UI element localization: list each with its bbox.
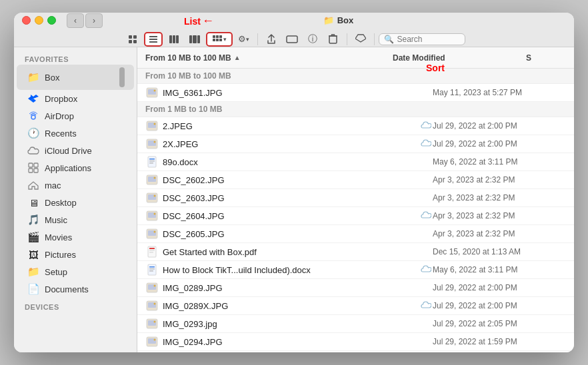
file-name: DSC_2602.JPG	[163, 175, 419, 185]
share-button[interactable]	[262, 32, 281, 47]
table-row[interactable]: DSC_2605.JPGApr 3, 2023 at 2:32 PM	[137, 225, 574, 243]
sidebar-item-documents[interactable]: 📄 Documents	[17, 280, 134, 298]
movies-icon: 🎬	[27, 231, 39, 243]
file-date: Jul 29, 2022 at 1:59 PM	[433, 337, 566, 346]
sidebar-item-music[interactable]: 🎵 Music	[17, 211, 134, 228]
file-date: Dec 15, 2020 at 1:13 AM	[433, 247, 566, 256]
search-icon: 🔍	[384, 35, 394, 44]
table-row[interactable]: DSC_2603.JPGApr 3, 2023 at 2:32 PM	[137, 189, 574, 207]
sidebar-item-mac[interactable]: mac	[17, 177, 134, 194]
maximize-button[interactable]	[47, 16, 56, 25]
back-button[interactable]: ‹	[67, 13, 84, 28]
table-row[interactable]: 2X.JPEGJul 29, 2022 at 2:00 PM	[137, 135, 574, 153]
documents-icon: 📄	[27, 283, 39, 295]
file-name: DSC_2604.JPG	[163, 211, 419, 221]
minimize-button[interactable]	[35, 16, 43, 25]
delete-button[interactable]	[324, 32, 343, 47]
sidebar-item-airdrop[interactable]: AirDrop	[17, 107, 134, 125]
svg-rect-16	[213, 39, 215, 41]
setup-icon: 📁	[27, 266, 39, 278]
view-grid-button[interactable]: ▾	[206, 32, 233, 47]
dropbox-button[interactable]	[351, 32, 370, 47]
sidebar-item-movies[interactable]: 🎬 Movies	[17, 228, 134, 246]
sidebar-item-icloud[interactable]: iCloud Drive	[17, 142, 134, 159]
search-input[interactable]	[397, 35, 457, 44]
sidebar-scroll-indicator[interactable]	[119, 67, 125, 87]
date-column-header[interactable]: Date Modified	[393, 53, 526, 63]
icloud-icon	[27, 145, 39, 157]
icon-view-icon	[128, 35, 137, 44]
titlebar: ‹ › 📁 Box List ←	[14, 13, 574, 47]
table-row[interactable]: 2.JPEGJul 29, 2022 at 2:00 PM	[137, 117, 574, 135]
tag-button[interactable]	[283, 32, 301, 47]
dropbox-icon	[355, 34, 366, 45]
svg-rect-26	[34, 163, 38, 167]
svg-point-64	[154, 285, 156, 287]
svg-rect-61	[149, 270, 153, 272]
sidebar-item-pictures[interactable]: 🖼 Pictures	[17, 246, 134, 263]
size-column-header[interactable]: S	[526, 53, 566, 63]
svg-rect-55	[149, 248, 155, 249]
table-row[interactable]: IMG_0294.JPGJul 29, 2022 at 1:59 PM	[137, 333, 574, 351]
view-list-button[interactable]	[144, 32, 163, 47]
file-icon	[145, 173, 159, 186]
forward-button[interactable]: ›	[85, 13, 103, 28]
table-row[interactable]: DSC_2602.JPGApr 3, 2023 at 2:32 PM	[137, 171, 574, 189]
table-row[interactable]: How to Block TikT...uild Included).docxM…	[137, 261, 574, 279]
recents-icon: 🕐	[27, 127, 39, 139]
sidebar-item-desktop[interactable]: 🖥 Desktop	[17, 194, 134, 211]
file-icon	[145, 263, 159, 276]
file-date: Apr 3, 2023 at 2:32 PM	[433, 193, 566, 202]
sidebar-item-airdrop-label: AirDrop	[45, 111, 74, 121]
table-row[interactable]: DSC_2604.JPGApr 3, 2023 at 2:32 PM	[137, 207, 574, 225]
svg-rect-39	[149, 159, 155, 160]
svg-point-31	[154, 90, 156, 92]
devices-section-label: Devices	[14, 300, 137, 312]
toolbar-separator-3	[374, 33, 375, 45]
file-date: May 11, 2023 at 5:27 PM	[433, 88, 566, 97]
svg-rect-18	[219, 39, 222, 41]
sidebar-item-applications[interactable]: Applications	[17, 159, 134, 177]
svg-rect-8	[173, 35, 175, 43]
view-column-button[interactable]	[165, 32, 183, 47]
titlebar-content: ‹ › 📁 Box List ←	[22, 13, 566, 49]
search-box[interactable]: 🔍	[379, 33, 465, 45]
box-folder-icon: 📁	[27, 71, 39, 83]
gallery-view-icon	[189, 35, 201, 44]
list-label: List	[184, 16, 201, 27]
svg-rect-41	[149, 163, 153, 164]
svg-rect-28	[34, 169, 38, 173]
svg-point-34	[154, 123, 156, 125]
file-name: 2.JPEG	[163, 121, 419, 131]
close-button[interactable]	[22, 16, 31, 25]
table-row[interactable]: IMG_6361.JPGMay 11, 2023 at 5:27 PM	[137, 84, 574, 102]
table-row[interactable]: IMG_0293.jpgJul 29, 2022 at 2:05 PM	[137, 315, 574, 333]
table-row[interactable]: 89o.docxMay 6, 2022 at 3:11 PM	[137, 153, 574, 171]
gear-button[interactable]: ⚙ ▾	[235, 32, 253, 47]
sidebar-item-box[interactable]: 📁 Box	[17, 65, 134, 90]
svg-rect-60	[149, 268, 155, 270]
svg-rect-11	[193, 35, 197, 43]
table-row[interactable]: IMG_0289.JPGJul 29, 2022 at 2:00 PM	[137, 279, 574, 297]
folder-icon: 📁	[323, 15, 334, 25]
finder-window: ‹ › 📁 Box List ←	[14, 13, 574, 352]
file-name: DSC_2603.JPG	[163, 193, 419, 203]
info-button[interactable]: ⓘ	[303, 32, 322, 47]
sidebar-item-dropbox[interactable]: Dropbox	[17, 90, 134, 107]
name-column-header[interactable]: From 10 MB to 100 MB ▲	[145, 53, 393, 63]
svg-rect-59	[149, 266, 155, 268]
table-row[interactable]: Get Started with Box.pdfDec 15, 2020 at …	[137, 243, 574, 261]
svg-rect-10	[189, 35, 192, 43]
table-row[interactable]: IMG_0289X.JPGJul 29, 2022 at 2:00 PM	[137, 297, 574, 315]
file-date: Apr 3, 2023 at 2:32 PM	[433, 211, 566, 220]
table-row[interactable]: IMG_0673.JPGJul 29, 2022 at 1:59 PM	[137, 351, 574, 352]
sidebar-item-recents[interactable]: 🕐 Recents	[17, 125, 134, 142]
svg-marker-21	[355, 35, 366, 42]
airdrop-icon	[27, 110, 39, 122]
sidebar-item-setup[interactable]: 📁 Setup	[17, 263, 134, 280]
file-cloud-icon	[419, 139, 433, 149]
view-gallery-button[interactable]	[185, 32, 204, 47]
svg-rect-9	[176, 35, 179, 43]
view-icon-button[interactable]	[123, 32, 142, 47]
file-cloud-icon	[419, 265, 433, 274]
